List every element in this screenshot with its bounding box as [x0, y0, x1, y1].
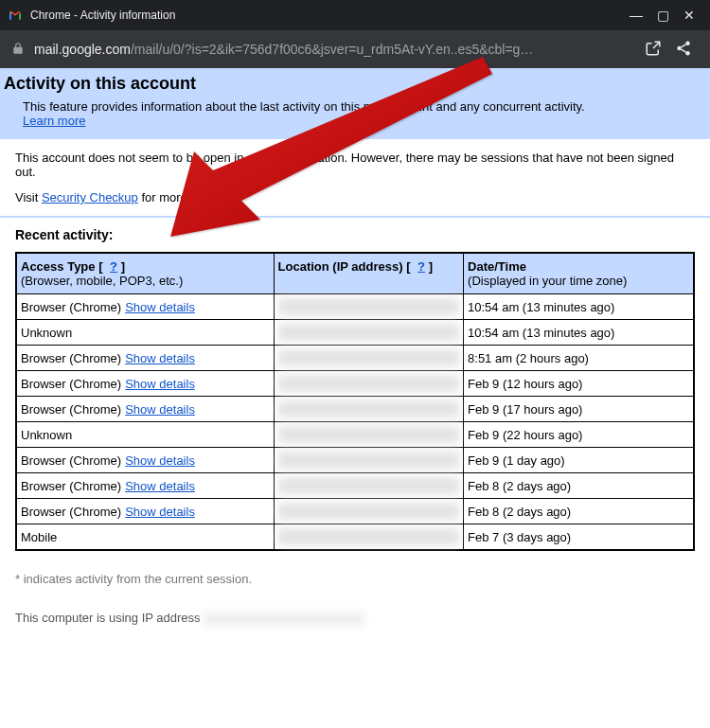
datetime-cell: 10:54 am (13 minutes ago) [464, 294, 694, 320]
datetime-cell: Feb 8 (2 days ago) [464, 499, 694, 524]
table-row: Browser (Chrome)Show detailsFeb 8 (2 day… [16, 499, 694, 524]
url-text[interactable]: mail.google.com/mail/u/0/?is=2&ik=756d7f… [34, 42, 638, 57]
svg-point-1 [677, 45, 682, 50]
datetime-cell: Feb 9 (12 hours ago) [464, 371, 694, 397]
session-note: This account does not seem to be open in… [15, 151, 695, 179]
blurred-ip [278, 426, 459, 443]
address-bar: mail.google.com/mail/u/0/?is=2&ik=756d7f… [0, 30, 710, 68]
separator [0, 216, 710, 218]
table-header-row: Access Type [ ? ] (Browser, mobile, POP3… [16, 253, 694, 294]
share-icon[interactable] [668, 40, 699, 60]
recent-activity-title: Recent activity: [15, 227, 695, 242]
table-row: Unknown10:54 am (13 minutes ago) [16, 320, 694, 346]
blurred-ip [278, 528, 459, 545]
datetime-cell: Feb 8 (2 days ago) [464, 473, 694, 499]
blurred-ip [278, 375, 459, 392]
page-title: Activity on this account [4, 74, 706, 94]
svg-point-2 [685, 51, 690, 56]
access-type-cell: Browser (Chrome)Show details [16, 473, 274, 499]
access-type-cell: Browser (Chrome)Show details [16, 346, 274, 371]
page-desc: This feature provides information about … [4, 99, 706, 128]
datetime-cell: Feb 9 (22 hours ago) [464, 422, 694, 448]
visit-line: Visit Security Checkup for more details [15, 190, 695, 204]
svg-point-0 [685, 41, 690, 45]
page-header: Activity on this account This feature pr… [0, 68, 710, 139]
table-row: Browser (Chrome)Show detailsFeb 9 (17 ho… [16, 397, 694, 422]
blurred-ip [278, 349, 459, 366]
show-details-link[interactable]: Show details [125, 351, 195, 365]
location-cell [274, 294, 463, 320]
location-cell [274, 397, 463, 422]
show-details-link[interactable]: Show details [125, 453, 195, 468]
location-cell [274, 346, 463, 371]
datetime-cell: Feb 9 (17 hours ago) [464, 397, 694, 422]
location-help-link[interactable]: ? [417, 259, 425, 274]
table-row: MobileFeb 7 (3 days ago) [16, 524, 694, 551]
show-details-link[interactable]: Show details [125, 479, 195, 493]
table-row: Browser (Chrome)Show detailsFeb 8 (2 day… [16, 473, 694, 499]
access-type-cell: Browser (Chrome)Show details [16, 499, 274, 524]
minimize-button[interactable]: — [623, 8, 649, 23]
maximize-button[interactable]: ▢ [649, 8, 676, 23]
access-type-help-link[interactable]: ? [110, 259, 117, 274]
blurred-ip [278, 503, 459, 520]
access-type-cell: Browser (Chrome)Show details [16, 294, 274, 320]
blurred-ip [278, 452, 459, 469]
table-row: Browser (Chrome)Show details8:51 am (2 h… [16, 346, 694, 371]
datetime-cell: 10:54 am (13 minutes ago) [464, 320, 694, 346]
location-cell [274, 448, 463, 473]
ip-line: This computer is using IP address [15, 611, 695, 626]
security-checkup-link[interactable]: Security Checkup [42, 190, 138, 204]
datetime-cell: 8:51 am (2 hours ago) [464, 346, 694, 371]
learn-more-link[interactable]: Learn more [23, 114, 85, 128]
table-row: UnknownFeb 9 (22 hours ago) [16, 422, 694, 448]
show-details-link[interactable]: Show details [125, 300, 195, 314]
blurred-ip [278, 298, 459, 315]
gmail-icon [8, 8, 23, 23]
datetime-cell: Feb 9 (1 day ago) [464, 448, 694, 473]
activity-table: Access Type [ ? ] (Browser, mobile, POP3… [15, 252, 695, 551]
location-cell [274, 524, 463, 551]
col-access-type: Access Type [ ? ] (Browser, mobile, POP3… [16, 253, 274, 294]
table-row: Browser (Chrome)Show detailsFeb 9 (1 day… [16, 448, 694, 473]
table-row: Browser (Chrome)Show details10:54 am (13… [16, 294, 694, 320]
ip-blurred [204, 613, 364, 626]
location-cell [274, 371, 463, 397]
access-type-cell: Mobile [16, 524, 274, 551]
access-type-cell: Unknown [16, 320, 274, 346]
table-row: Browser (Chrome)Show detailsFeb 9 (12 ho… [16, 371, 694, 397]
location-cell [274, 499, 463, 524]
location-cell [274, 422, 463, 448]
access-type-cell: Unknown [16, 422, 274, 448]
show-details-link[interactable]: Show details [125, 505, 195, 519]
location-cell [274, 473, 463, 499]
close-button[interactable]: ✕ [676, 8, 702, 23]
access-type-cell: Browser (Chrome)Show details [16, 397, 274, 422]
current-session-footnote: * indicates activity from the current se… [15, 572, 695, 586]
access-type-cell: Browser (Chrome)Show details [16, 371, 274, 397]
lock-icon [11, 42, 25, 58]
window-title: Chrome - Activity information [30, 9, 623, 22]
content-area: This account does not seem to be open in… [0, 139, 710, 637]
show-details-link[interactable]: Show details [125, 402, 195, 417]
col-datetime: Date/Time (Displayed in your time zone) [464, 253, 694, 294]
blurred-ip [278, 400, 459, 417]
col-location: Location (IP address) [ ? ] [274, 253, 463, 294]
location-cell [274, 320, 463, 346]
datetime-cell: Feb 7 (3 days ago) [464, 524, 694, 551]
blurred-ip [278, 477, 459, 494]
window-titlebar: Chrome - Activity information — ▢ ✕ [0, 0, 710, 30]
show-details-link[interactable]: Show details [125, 377, 195, 391]
access-type-cell: Browser (Chrome)Show details [16, 448, 274, 473]
blurred-ip [278, 324, 459, 341]
open-external-icon[interactable] [638, 40, 668, 60]
